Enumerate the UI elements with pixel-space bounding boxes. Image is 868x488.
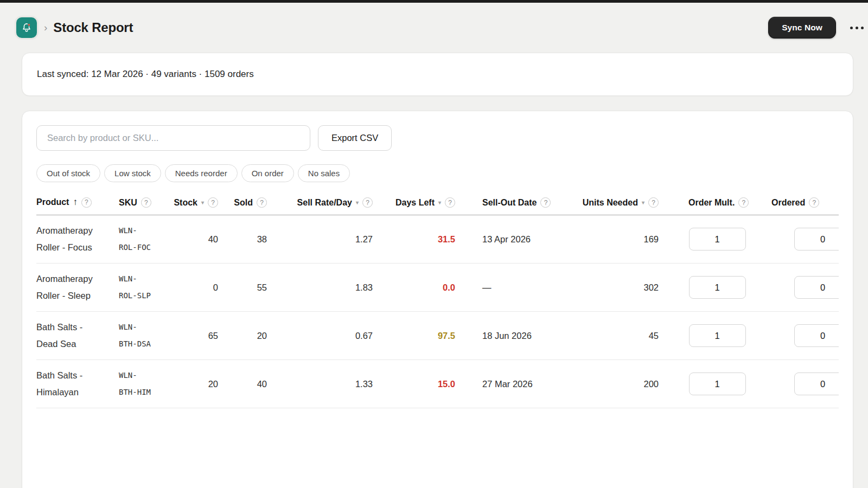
sync-summary-text: Last synced: 12 Mar 2026 · 49 variants ·… — [37, 69, 254, 80]
table-row: Bath Salts - Dead Sea WLN-BTH-DSA 65 20 … — [36, 312, 839, 360]
help-icon[interactable]: ? — [648, 197, 659, 208]
help-icon[interactable]: ? — [208, 197, 218, 208]
sell-out-date-value: 13 Apr 2026 — [468, 215, 569, 264]
ellipsis-dot — [861, 27, 864, 29]
filter-low-stock[interactable]: Low stock — [104, 164, 161, 182]
days-left-value: 97.5 — [386, 312, 468, 360]
sku-value: WLN-BTH-HIM — [119, 360, 169, 408]
sell-rate-value: 1.83 — [280, 264, 386, 312]
help-icon[interactable]: ? — [809, 197, 819, 208]
sort-caret-icon: ▾ — [438, 200, 441, 206]
order-mult-input[interactable] — [689, 228, 746, 251]
column-header-sell-out-date: Sell-Out Date ? — [468, 197, 569, 215]
ellipsis-dot — [850, 27, 853, 29]
column-header-sold: Sold ? — [231, 197, 280, 215]
days-left-value: 0.0 — [386, 264, 468, 312]
stock-report-card: Export CSV Out of stock Low stock Needs … — [22, 111, 853, 488]
product-name: Bath Salts - Himalayan — [36, 360, 119, 408]
bell-icon — [21, 22, 33, 34]
ordered-input[interactable] — [794, 373, 839, 395]
page-title: Stock Report — [53, 20, 133, 35]
order-mult-input[interactable] — [689, 324, 746, 347]
help-icon[interactable]: ? — [141, 197, 151, 208]
help-icon[interactable]: ? — [540, 197, 551, 208]
sort-caret-icon: ▾ — [201, 200, 204, 206]
sell-rate-value: 0.67 — [280, 312, 386, 360]
column-header-stock[interactable]: Stock ▾ ? — [169, 197, 231, 215]
stock-table: Product ↑ ? SKU ? Stock ▾ ? Sold ? S — [36, 197, 839, 408]
table-header-row: Product ↑ ? SKU ? Stock ▾ ? Sold ? S — [36, 197, 839, 215]
help-icon[interactable]: ? — [257, 197, 267, 208]
sku-value: WLN-ROL-FOC — [119, 215, 169, 264]
ellipsis-dot — [856, 27, 858, 29]
sku-value: WLN-ROL-SLP — [119, 264, 169, 312]
table-toolbar: Export CSV — [36, 125, 839, 151]
stock-value: 20 — [169, 360, 231, 408]
sell-out-date-value: 27 Mar 2026 — [468, 360, 569, 408]
filter-pills: Out of stock Low stock Needs reorder On … — [36, 164, 839, 182]
overflow-menu-button[interactable] — [849, 22, 865, 34]
sold-value: 38 — [231, 215, 280, 264]
order-mult-input[interactable] — [689, 373, 746, 395]
help-icon[interactable]: ? — [362, 197, 373, 208]
sold-value: 40 — [231, 360, 280, 408]
app-logo[interactable] — [16, 17, 37, 38]
export-csv-button[interactable]: Export CSV — [318, 125, 392, 151]
column-header-order-mult: Order Mult. ? — [672, 197, 763, 215]
days-left-value: 15.0 — [386, 360, 468, 408]
column-header-sku: SKU ? — [119, 197, 169, 215]
sync-summary-card: Last synced: 12 Mar 2026 · 49 variants ·… — [22, 53, 853, 96]
units-needed-value: 302 — [569, 264, 672, 312]
column-header-days-left[interactable]: Days Left ▾ ? — [386, 197, 468, 215]
units-needed-value: 169 — [569, 215, 672, 264]
sell-out-date-value: 18 Jun 2026 — [468, 312, 569, 360]
notification-dot — [28, 23, 30, 26]
sell-out-date-value: — — [468, 264, 569, 312]
sell-rate-value: 1.27 — [280, 215, 386, 264]
page-header: › Stock Report Sync Now — [0, 3, 868, 53]
table-row: Aromatherapy Roller - Sleep WLN-ROL-SLP … — [36, 264, 839, 312]
order-mult-input[interactable] — [689, 276, 746, 299]
column-header-units-needed[interactable]: Units Needed ▾ ? — [569, 197, 672, 215]
sort-caret-icon: ▾ — [642, 200, 644, 206]
stock-value: 65 — [169, 312, 231, 360]
filter-needs-reorder[interactable]: Needs reorder — [165, 164, 238, 182]
sell-rate-value: 1.33 — [280, 360, 386, 408]
table-row: Aromatherapy Roller - Focus WLN-ROL-FOC … — [36, 215, 839, 264]
filter-out-of-stock[interactable]: Out of stock — [36, 164, 100, 182]
help-icon[interactable]: ? — [445, 197, 455, 208]
help-icon[interactable]: ? — [738, 197, 749, 208]
ordered-input[interactable] — [794, 228, 839, 251]
column-header-sell-rate[interactable]: Sell Rate/Day ▾ ? — [280, 197, 386, 215]
column-header-product[interactable]: Product ↑ ? — [36, 197, 119, 215]
sort-caret-icon: ▾ — [356, 200, 359, 206]
sold-value: 20 — [231, 312, 280, 360]
search-input[interactable] — [36, 125, 310, 151]
units-needed-value: 45 — [569, 312, 672, 360]
header-actions: Sync Now — [768, 17, 865, 38]
help-icon[interactable]: ? — [81, 197, 92, 208]
sort-ascending-icon: ↑ — [73, 197, 78, 208]
days-left-value: 31.5 — [386, 215, 468, 264]
ordered-input[interactable] — [794, 324, 839, 347]
sync-now-button[interactable]: Sync Now — [768, 17, 836, 38]
breadcrumb-chevron: › — [44, 22, 47, 34]
units-needed-value: 200 — [569, 360, 672, 408]
product-name: Aromatherapy Roller - Sleep — [36, 264, 119, 312]
stock-value: 0 — [169, 264, 231, 312]
table-row: Bath Salts - Himalayan WLN-BTH-HIM 20 40… — [36, 360, 839, 408]
product-name: Aromatherapy Roller - Focus — [36, 215, 119, 264]
filter-on-order[interactable]: On order — [241, 164, 294, 182]
sold-value: 55 — [231, 264, 280, 312]
product-name: Bath Salts - Dead Sea — [36, 312, 119, 360]
ordered-input[interactable] — [794, 276, 839, 299]
stock-table-container: Product ↑ ? SKU ? Stock ▾ ? Sold ? S — [36, 197, 839, 408]
column-header-ordered: Ordered ? — [763, 197, 839, 215]
filter-no-sales[interactable]: No sales — [298, 164, 350, 182]
sku-value: WLN-BTH-DSA — [119, 312, 169, 360]
stock-value: 40 — [169, 215, 231, 264]
